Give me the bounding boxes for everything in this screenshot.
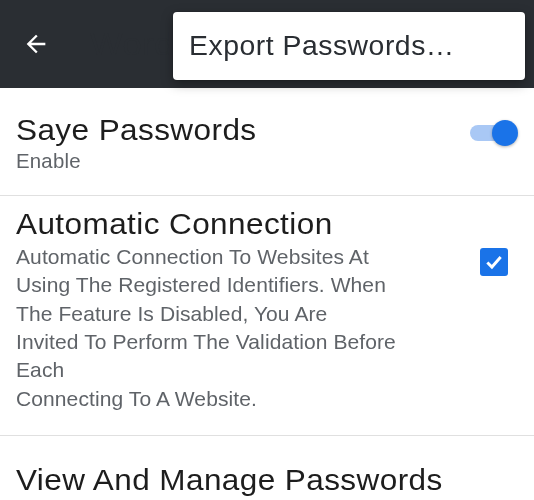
- setting-description: Automatic Connection To Websites At Usin…: [16, 243, 436, 413]
- setting-manage-passwords[interactable]: View And Manage Passwords Registered On …: [0, 436, 534, 500]
- overflow-menu: Export Passwords…: [173, 12, 525, 80]
- check-icon: [484, 252, 504, 272]
- setting-title: View And Manage Passwords: [16, 464, 534, 496]
- back-button[interactable]: [12, 20, 60, 68]
- automatic-connection-checkbox[interactable]: [480, 248, 508, 276]
- save-passwords-toggle[interactable]: [468, 120, 518, 146]
- menu-item-export-passwords[interactable]: Export Passwords…: [189, 31, 455, 62]
- setting-title: Saye Passwords: [16, 114, 474, 146]
- toggle-thumb: [492, 120, 518, 146]
- setting-title: Automatic Connection: [16, 208, 486, 240]
- setting-automatic-connection[interactable]: Automatic Connection Automatic Connectio…: [0, 196, 534, 437]
- setting-save-passwords[interactable]: Saye Passwords Enable: [0, 102, 534, 196]
- settings-list: Saye Passwords Enable Automatic Connecti…: [0, 88, 534, 500]
- app-header: Words Export Passwords…: [0, 0, 534, 88]
- arrow-left-icon: [22, 30, 50, 58]
- setting-subtitle: Enable: [16, 150, 461, 173]
